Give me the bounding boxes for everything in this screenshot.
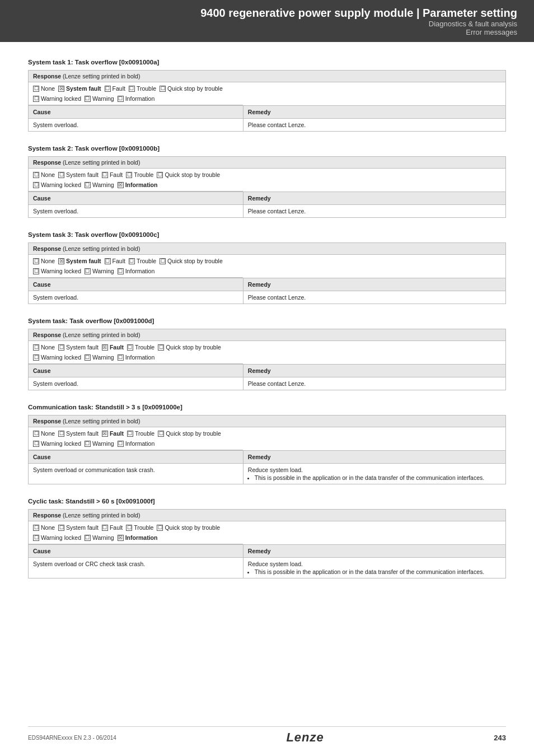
checkbox-s1-0[interactable]: ☐ bbox=[33, 86, 39, 92]
checkbox-s6-4[interactable]: ☐ bbox=[157, 525, 163, 531]
checkbox-s3-4[interactable]: ☐ bbox=[160, 258, 166, 264]
checkbox-s4-7[interactable]: ☐ bbox=[118, 354, 124, 361]
remedy-bullets-s6-0: This is possible in the application or i… bbox=[248, 568, 501, 575]
checkbox-s2-1[interactable]: ☐ bbox=[58, 172, 64, 178]
checkbox-s3-2[interactable]: ☐ bbox=[105, 258, 111, 264]
remedy-header-s2: Remedy bbox=[243, 192, 505, 205]
checkbox-s4-6[interactable]: ☐ bbox=[85, 354, 91, 361]
option-label-s1-3: Trouble bbox=[137, 85, 156, 92]
checkbox-s1-6[interactable]: ☐ bbox=[85, 96, 91, 102]
checkbox-s5-0[interactable]: ☐ bbox=[33, 431, 39, 437]
checkbox-s5-3[interactable]: ☐ bbox=[127, 431, 133, 437]
remedy-cell-s5-0: Reduce system load.This is possible in t… bbox=[243, 464, 505, 484]
checkbox-s1-1[interactable]: ☒ bbox=[58, 86, 64, 92]
response-header-s6: Response (Lenze setting printed in bold) bbox=[29, 510, 506, 521]
option-label-s2-6: Warning bbox=[92, 181, 114, 188]
bullet-item-s6-0-0: This is possible in the application or i… bbox=[255, 568, 501, 575]
option-label-s1-1: System fault bbox=[66, 85, 101, 92]
option-trouble-s4: ☐Trouble bbox=[127, 344, 154, 351]
checkbox-s2-6[interactable]: ☐ bbox=[85, 182, 91, 188]
response-options-s3: ☐None☒System fault☐Fault☐Trouble☐Quick s… bbox=[29, 255, 243, 278]
checkbox-s3-7[interactable]: ☐ bbox=[118, 268, 124, 274]
checkbox-s5-6[interactable]: ☐ bbox=[85, 441, 91, 447]
option-label-s1-4: Quick stop by trouble bbox=[167, 85, 223, 92]
option-none-s5: ☐None bbox=[33, 430, 55, 437]
option-label-s5-1: System fault bbox=[66, 430, 99, 437]
checkbox-s2-4[interactable]: ☐ bbox=[157, 172, 163, 178]
checkbox-s4-5[interactable]: ☐ bbox=[33, 354, 39, 361]
option-label-s4-6: Warning bbox=[92, 354, 114, 361]
checkbox-s3-0[interactable]: ☐ bbox=[33, 258, 39, 264]
checkbox-s2-2[interactable]: ☐ bbox=[102, 172, 108, 178]
option-none-s3: ☐None bbox=[33, 258, 55, 264]
option-label-s5-0: None bbox=[41, 430, 55, 437]
option-label-s5-2: Fault bbox=[110, 430, 124, 437]
option-label-s6-4: Quick stop by trouble bbox=[165, 524, 220, 531]
checkbox-s6-0[interactable]: ☐ bbox=[33, 525, 39, 531]
checkbox-s3-6[interactable]: ☐ bbox=[85, 268, 91, 274]
checkbox-s4-0[interactable]: ☐ bbox=[33, 344, 39, 351]
option-none-s2: ☐None bbox=[33, 171, 55, 178]
option-label-s4-7: Information bbox=[125, 354, 155, 361]
option-label-s2-0: None bbox=[41, 171, 55, 178]
section-s5: Communication task: Standstill > 3 s [0x… bbox=[28, 404, 506, 484]
checkbox-s4-2[interactable]: ☒ bbox=[102, 344, 108, 351]
option-label-s5-3: Trouble bbox=[135, 430, 154, 437]
checkbox-s2-0[interactable]: ☐ bbox=[33, 172, 39, 178]
checkbox-s1-4[interactable]: ☐ bbox=[160, 86, 166, 92]
option-trouble-s2: ☐Trouble bbox=[126, 171, 153, 178]
checkbox-s3-1[interactable]: ☒ bbox=[58, 258, 64, 264]
response-header-s5: Response (Lenze setting printed in bold) bbox=[29, 416, 506, 427]
checkbox-s3-5[interactable]: ☐ bbox=[33, 268, 39, 274]
checkbox-s4-4[interactable]: ☐ bbox=[158, 344, 164, 351]
checkbox-s6-7[interactable]: ☒ bbox=[118, 535, 124, 541]
checkbox-s5-1[interactable]: ☐ bbox=[58, 431, 64, 437]
checkbox-s4-3[interactable]: ☐ bbox=[127, 344, 133, 351]
option-label-s3-3: Trouble bbox=[137, 258, 156, 264]
option-label-s3-0: None bbox=[41, 258, 55, 264]
checkbox-s4-1[interactable]: ☐ bbox=[58, 344, 64, 351]
checkbox-s5-2[interactable]: ☒ bbox=[102, 431, 108, 437]
section-title-s6: Cyclic task: Standstill > 60 s [0x009100… bbox=[28, 498, 506, 505]
option-fault-s3: ☐Fault bbox=[105, 258, 125, 264]
option-label-s6-7: Information bbox=[125, 534, 158, 541]
checkbox-s1-2[interactable]: ☐ bbox=[105, 86, 111, 92]
checkbox-s5-5[interactable]: ☐ bbox=[33, 441, 39, 447]
page-number: 243 bbox=[494, 734, 506, 742]
response-table-s6: Response (Lenze setting printed in bold)… bbox=[28, 509, 506, 578]
option-label-s1-2: Fault bbox=[113, 85, 125, 92]
cause-cell-s3-0: System overload. bbox=[29, 291, 243, 304]
checkbox-s6-5[interactable]: ☐ bbox=[33, 535, 39, 541]
checkbox-s2-3[interactable]: ☐ bbox=[126, 172, 132, 178]
checkbox-s1-3[interactable]: ☐ bbox=[129, 86, 135, 92]
checkbox-s5-7[interactable]: ☐ bbox=[118, 441, 124, 447]
section-s4: System task: Task overflow [0x0091000d]R… bbox=[28, 318, 506, 390]
remedy-text-s6-0: Reduce system load. bbox=[248, 561, 501, 567]
option-label-s6-0: None bbox=[41, 524, 55, 531]
checkbox-s3-3[interactable]: ☐ bbox=[129, 258, 135, 264]
response-table-s3: Response (Lenze setting printed in bold)… bbox=[28, 242, 506, 304]
option-label-s3-1: System fault bbox=[66, 258, 101, 264]
checkbox-s1-5[interactable]: ☐ bbox=[33, 96, 39, 102]
checkbox-s2-5[interactable]: ☐ bbox=[33, 182, 39, 188]
checkbox-s1-7[interactable]: ☐ bbox=[118, 96, 124, 102]
remedy-header-s1: Remedy bbox=[243, 106, 505, 119]
cause-header-s5: Cause bbox=[29, 451, 243, 464]
checkbox-s6-1[interactable]: ☐ bbox=[58, 525, 64, 531]
checkbox-s6-3[interactable]: ☐ bbox=[126, 525, 132, 531]
option-warning-locked-s6: ☐Warning locked bbox=[33, 534, 81, 541]
remedy-header-s4: Remedy bbox=[243, 365, 505, 377]
checkbox-s2-7[interactable]: ☒ bbox=[118, 182, 124, 188]
section-title-s4: System task: Task overflow [0x0091000d] bbox=[28, 318, 506, 324]
response-options-s4: ☐None☐System fault☒Fault☐Trouble☐Quick s… bbox=[29, 341, 243, 364]
option-label-s3-5: Warning locked bbox=[41, 268, 81, 274]
option-information-s2: ☒Information bbox=[118, 181, 158, 188]
checkbox-s6-2[interactable]: ☐ bbox=[102, 525, 108, 531]
option-label-s3-2: Fault bbox=[113, 258, 125, 264]
option-label-s4-5: Warning locked bbox=[41, 354, 81, 361]
checkbox-s6-6[interactable]: ☐ bbox=[85, 535, 91, 541]
response-header-s1: Response (Lenze setting printed in bold) bbox=[29, 71, 506, 82]
option-quick-stop-by-trouble-s3: ☐Quick stop by trouble bbox=[160, 258, 223, 264]
checkbox-s5-4[interactable]: ☐ bbox=[158, 431, 164, 437]
remedy-cell-s4-0: Please contact Lenze. bbox=[243, 377, 505, 390]
